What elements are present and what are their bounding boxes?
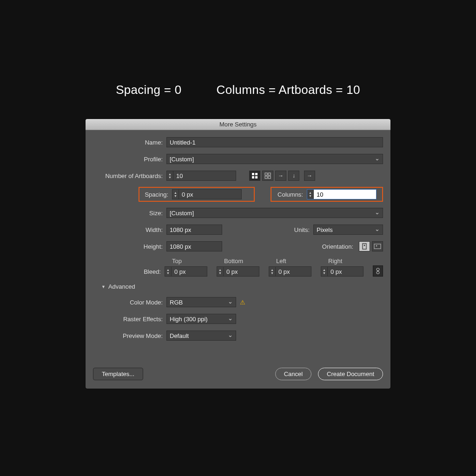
units-select[interactable]: Pixels (313, 225, 383, 235)
spacing-stepper[interactable]: 0 px (172, 189, 242, 199)
columns-highlight: Columns: 10 (271, 187, 383, 202)
bleed-bottom-label: Bottom (217, 258, 259, 264)
svg-rect-1 (255, 173, 258, 175)
bleed-top-label: Top (165, 258, 207, 264)
link-bleed-icon[interactable] (373, 265, 383, 277)
orientation-portrait-icon[interactable] (359, 241, 370, 251)
templates-button[interactable]: Templates... (93, 368, 143, 380)
annotation-caption: Spacing = 0 Columns = Artboards = 10 (0, 83, 476, 97)
arrange-right-icon[interactable]: → (275, 171, 286, 181)
name-label: Name: (93, 139, 166, 146)
profile-select[interactable]: [Custom] (166, 154, 383, 164)
raster-effects-label: Raster Effects: (93, 316, 166, 323)
orientation-landscape-icon[interactable] (372, 241, 383, 251)
spacing-label: Spacing: (141, 191, 172, 198)
bleed-bottom-stepper[interactable]: 0 px (217, 266, 259, 277)
svg-rect-8 (363, 244, 366, 249)
height-input[interactable]: 1080 px (166, 241, 222, 251)
color-mode-select[interactable]: RGB (166, 297, 236, 307)
cancel-button[interactable]: Cancel (275, 368, 311, 380)
preview-mode-label: Preview Mode: (93, 332, 166, 339)
name-input[interactable]: Untitled-1 (166, 137, 383, 147)
grid-by-column-icon[interactable] (262, 171, 273, 181)
dialog-title: More Settings (86, 119, 390, 130)
bleed-label: Bleed: (93, 268, 165, 277)
spacing-highlight: Spacing: 0 px (139, 187, 255, 202)
orientation-label: Orientation: (322, 243, 357, 250)
stepper-arrows-icon[interactable] (172, 190, 179, 199)
color-mode-label: Color Mode: (93, 299, 166, 306)
svg-rect-10 (374, 244, 381, 249)
width-input[interactable]: 1080 px (166, 225, 222, 235)
size-label: Size: (93, 210, 166, 217)
units-label: Units: (294, 226, 313, 233)
caption-right: Columns = Artboards = 10 (217, 83, 360, 97)
advanced-disclosure[interactable]: ▼ Advanced (101, 283, 383, 290)
svg-rect-5 (268, 173, 271, 175)
columns-label: Columns: (273, 191, 307, 198)
svg-rect-7 (268, 176, 271, 178)
stepper-arrows-icon[interactable] (167, 171, 173, 180)
svg-rect-2 (252, 176, 254, 178)
svg-rect-4 (265, 173, 267, 175)
bleed-right-label: Right (321, 258, 364, 264)
svg-point-11 (376, 245, 377, 247)
caption-left: Spacing = 0 (116, 83, 181, 97)
preview-mode-select[interactable]: Default (166, 331, 236, 341)
more-settings-dialog: More Settings Name: Untitled-1 Profile: … (86, 119, 390, 389)
warning-icon: ⚠ (240, 299, 245, 306)
bleed-left-label: Left (269, 258, 311, 264)
svg-rect-6 (265, 176, 267, 178)
bleed-top-stepper[interactable]: 0 px (165, 266, 207, 277)
width-label: Width: (93, 226, 166, 233)
columns-stepper[interactable]: 10 (307, 189, 377, 199)
svg-rect-0 (252, 173, 254, 175)
grid-by-row-icon[interactable] (249, 171, 260, 181)
disclosure-triangle-icon: ▼ (101, 284, 106, 289)
arrange-down-icon[interactable]: ↓ (288, 171, 299, 181)
profile-label: Profile: (93, 156, 166, 163)
height-label: Height: (93, 243, 166, 250)
create-document-button[interactable]: Create Document (318, 368, 383, 380)
svg-rect-3 (255, 176, 258, 178)
raster-effects-select[interactable]: High (300 ppi) (166, 314, 236, 324)
bleed-right-stepper[interactable]: 0 px (321, 266, 364, 277)
artboards-stepper[interactable]: 10 (166, 171, 236, 181)
stepper-arrows-icon[interactable] (307, 190, 314, 199)
svg-point-9 (364, 245, 365, 246)
rtl-toggle-icon[interactable]: → (304, 171, 315, 181)
size-select[interactable]: [Custom] (166, 208, 383, 218)
bleed-left-stepper[interactable]: 0 px (269, 266, 311, 277)
artboards-label: Number of Artboards: (93, 172, 166, 179)
